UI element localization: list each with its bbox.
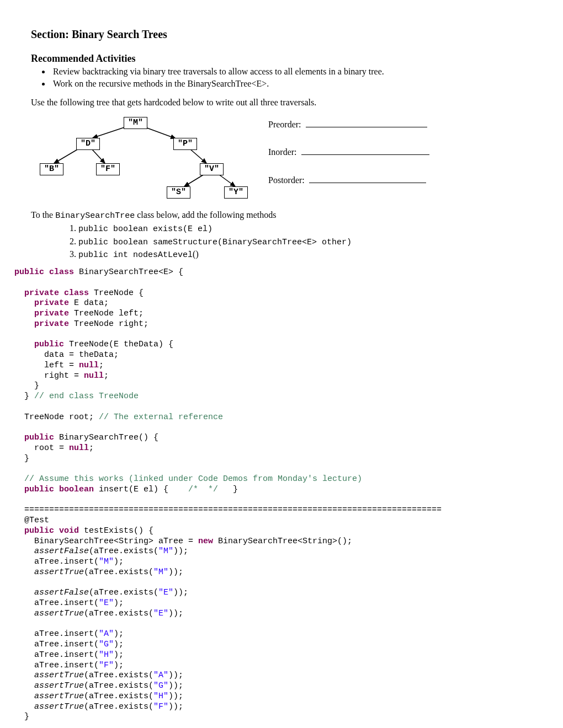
tree-diagram: "M" "D" "P" "B" "F" "V" "S" "Y" [31,115,252,203]
svg-line-6 [219,174,235,186]
tree-node-S: "S" [167,186,190,199]
tree-node-Y: "Y" [224,186,248,199]
tree-node-D: "D" [76,138,100,151]
method-item: public boolean exists(E el) [78,222,532,235]
method-item: public int nodesAtLevel() [78,248,532,261]
svg-line-0 [93,127,126,138]
tree-node-M: "M" [124,117,147,130]
page-number: 1 [31,726,532,728]
tree-intro: Use the following tree that gets hardcod… [31,97,532,108]
preorder-label: Preorder: [268,119,301,130]
inorder-label: Inorder: [268,147,297,158]
activity-item: Work on the recursive methods in the Bin… [51,78,532,89]
activity-item: Review backtracking via binary tree trav… [51,66,532,77]
svg-line-5 [184,174,204,186]
svg-line-4 [190,149,206,163]
postorder-label: Postorder: [268,175,305,186]
postorder-blank[interactable] [309,174,426,183]
tree-node-F: "F" [96,163,120,176]
methods-list: public boolean exists(E el) public boole… [31,222,532,261]
svg-line-2 [54,149,78,163]
traversal-blanks: Preorder: Inorder: Postorder: [268,119,429,202]
activities-list: Review backtracking via binary tree trav… [31,66,532,89]
methods-intro: To the BinarySearchTree class below, add… [31,210,532,222]
tree-node-P: "P" [173,138,197,151]
preorder-blank[interactable] [306,119,427,127]
tree-node-B: "B" [40,163,63,176]
activities-heading: Recommended Activities [31,52,532,65]
svg-line-3 [92,149,105,163]
section-heading: Section: Binary Search Trees [31,28,532,41]
code-block: public class BinarySearchTree<E> { priva… [14,267,532,722]
method-item: public boolean sameStructure(BinarySearc… [78,235,532,248]
inorder-blank[interactable] [301,147,429,155]
tree-node-V: "V" [200,163,224,176]
svg-line-1 [144,127,176,138]
